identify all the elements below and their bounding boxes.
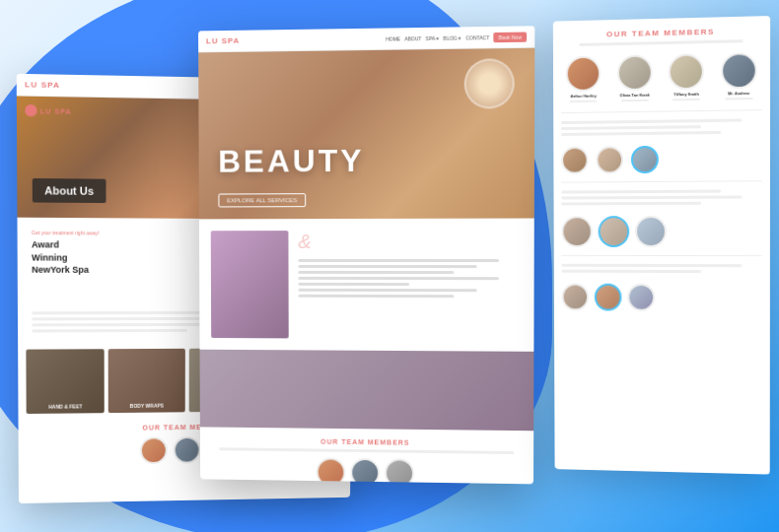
member-2: Olivia Tan Kwak [611, 54, 657, 101]
text-lines [298, 259, 522, 298]
text-block-3 [554, 260, 770, 281]
service-label-1: HAND & FEET [27, 403, 105, 410]
third-row [554, 212, 770, 252]
member-name-3: Tiffany Smith [673, 92, 698, 97]
member-role-3 [673, 99, 700, 100]
divider-3 [562, 255, 762, 256]
divider-1 [561, 109, 762, 113]
member-role-1 [570, 100, 598, 102]
row4-avatar-1 [562, 284, 589, 311]
card-middle-logo: LU SPA [206, 36, 240, 45]
team-grid: Arthur Hartley Olivia Tan Kwak Tiffany S… [553, 46, 770, 109]
team-subtitle-line [579, 39, 744, 46]
small-avatar-3 [631, 146, 659, 173]
text-line-2 [298, 265, 476, 268]
team-avatar-1 [140, 436, 168, 464]
mid-nav-blog: BLOG ▾ [444, 34, 462, 40]
tb-line-6 [561, 202, 700, 206]
member-role-4 [725, 98, 752, 100]
member-4: Mr. Andrew [716, 52, 762, 100]
spa-dot [25, 104, 36, 117]
mid-nav-contact: CONTACT [465, 34, 489, 40]
text-block-2 [553, 185, 769, 212]
scene: LU SPA HOME ABOUT SPA ▾ BLOG ▾ CONTACT B… [0, 0, 779, 532]
mid-nav-spa: SPA ▾ [426, 34, 440, 40]
lady-image [200, 350, 534, 432]
tb-line-8 [562, 270, 701, 273]
row4-avatar-2 [595, 284, 622, 311]
tb-line-3 [561, 131, 721, 136]
mid-avatar-1 [317, 457, 346, 484]
card-middle-hero: BEAUTY EXPLORE ALL SERVICES [198, 48, 534, 220]
mid-avatar-3 [385, 458, 414, 484]
mid-nav-about: ABOUT [404, 35, 421, 41]
member-avatar-3 [669, 53, 704, 90]
card-left-spa-logo: LU SPA [25, 104, 72, 117]
amp-symbol: & [298, 231, 522, 253]
member-role-2 [621, 100, 649, 101]
card-middle-book-btn[interactable]: Book Now [494, 32, 528, 42]
member-name-4: Mr. Andrew [728, 91, 749, 96]
content-image [211, 231, 289, 338]
team-avatar-2 [174, 436, 201, 464]
member-name-1: Arthur Hartley [571, 94, 597, 99]
text-line-7 [298, 295, 454, 298]
flower-accent [464, 58, 515, 108]
member-name-2: Olivia Tan Kwak [620, 93, 650, 99]
text-line-1 [298, 259, 499, 262]
member-avatar-4 [721, 52, 757, 89]
tb-line-4 [561, 190, 721, 194]
tb-line-1 [561, 119, 742, 125]
text-block-1 [553, 114, 770, 143]
content-text: & [298, 231, 522, 340]
second-team-row [553, 140, 770, 177]
about-overlay-text: About Us [33, 178, 106, 203]
med-avatar-2 [599, 216, 630, 247]
desc-line-4 [32, 329, 186, 333]
med-avatar-1 [561, 216, 592, 247]
card-right: OUR TEAM MEMBERS Arthur Hartley Olivia T… [553, 16, 770, 475]
member-avatar-1 [566, 55, 602, 92]
text-line-3 [298, 271, 454, 274]
text-line-6 [298, 289, 476, 292]
card-right-header: OUR TEAM MEMBERS [553, 16, 770, 50]
mid-avatar-2 [350, 458, 380, 485]
member-avatar-2 [617, 54, 653, 91]
med-avatar-3 [635, 216, 667, 247]
beauty-title: BEAUTY [218, 143, 364, 180]
tb-line-2 [561, 125, 701, 130]
card-left-logo: LU SPA [25, 80, 60, 90]
small-avatar-1 [561, 147, 589, 174]
service-label-2: BODY WRAPS [108, 402, 185, 409]
small-avatar-2 [596, 146, 623, 173]
card-middle: LU SPA HOME ABOUT SPA ▾ BLOG ▾ CONTACT B… [198, 26, 534, 484]
member-1: Arthur Hartley [561, 55, 606, 102]
service-body-wraps: BODY WRAPS [108, 349, 185, 413]
tb-line-5 [561, 195, 742, 199]
card-middle-content: & [199, 219, 534, 352]
member-3: Tiffany Smith [664, 53, 710, 100]
text-line-5 [298, 283, 409, 286]
mid-team-avatars [200, 456, 533, 485]
text-line-4 [298, 277, 499, 280]
divider-2 [561, 180, 762, 182]
fourth-row [554, 280, 770, 316]
tb-line-7 [562, 264, 742, 267]
card-right-team-title: OUR TEAM MEMBERS [559, 26, 764, 39]
mid-nav-home: HOME [386, 35, 400, 41]
explore-btn[interactable]: EXPLORE ALL SERVICES [218, 193, 306, 207]
row4-avatar-3 [627, 284, 655, 311]
spa-name-text: LU SPA [40, 107, 72, 115]
service-hand-feet: HAND & FEET [26, 349, 104, 414]
